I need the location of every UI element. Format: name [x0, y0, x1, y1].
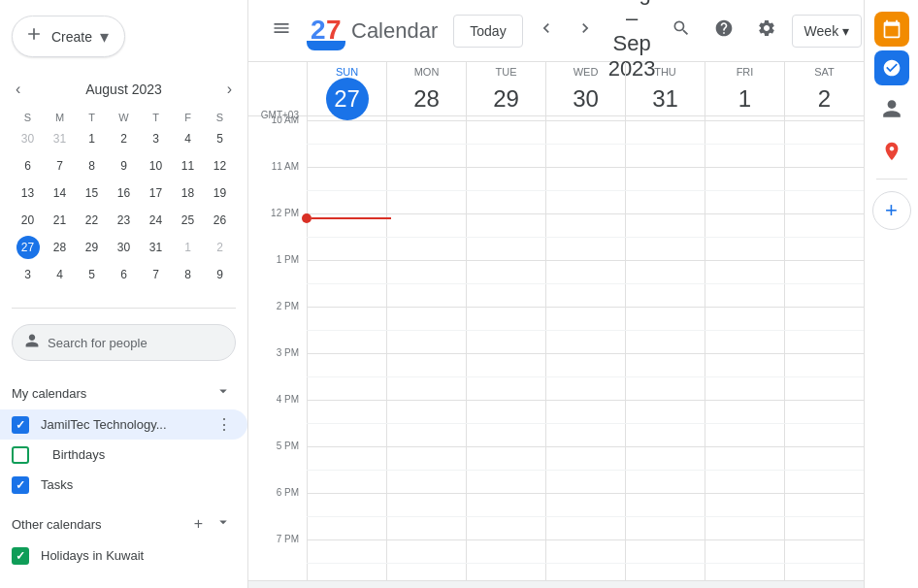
time-columns[interactable] [307, 116, 864, 580]
mini-cal-day[interactable]: 3 [12, 261, 44, 288]
jamiltec-name: JamilTec Technology... [41, 417, 213, 432]
mini-cal-day[interactable]: 7 [140, 261, 172, 288]
day-header-wed[interactable]: WED30 [545, 62, 625, 124]
create-button[interactable]: Create ▾ [12, 16, 125, 57]
mini-cal-day[interactable]: 4 [172, 125, 204, 152]
search-button[interactable] [664, 11, 699, 50]
mini-cal-day[interactable]: 22 [76, 207, 108, 234]
mini-cal-day[interactable]: 28 [44, 234, 76, 261]
mini-cal-day[interactable]: 18 [172, 180, 204, 207]
day-header-fri[interactable]: FRI1 [705, 62, 784, 124]
mini-cal-day[interactable]: 11 [172, 152, 204, 180]
right-calendar-button[interactable] [874, 12, 909, 47]
time-row-line-2 [307, 167, 864, 168]
horizontal-scrollbar[interactable] [248, 580, 864, 588]
mini-cal-day[interactable]: 19 [204, 180, 236, 207]
half-hour-line-7 [307, 423, 864, 424]
mini-cal-day[interactable]: 14 [44, 180, 76, 207]
mini-cal-day[interactable]: 8 [172, 261, 204, 288]
time-grid-scroll[interactable]: 9 AM10 AM11 AM12 PM1 PM2 PM3 PM4 PM5 PM6… [248, 116, 864, 580]
calendar-item-tasks[interactable]: ✓ Tasks ⋮ [0, 470, 247, 500]
mini-cal-day[interactable]: 5 [204, 125, 236, 152]
half-hour-line-5 [307, 330, 864, 331]
mini-cal-day[interactable]: 6 [108, 261, 140, 288]
search-people-input[interactable]: Search for people [12, 324, 236, 361]
mini-cal-day[interactable]: 9 [108, 152, 140, 180]
calendar-item-holidays[interactable]: ✓ Holidays in Kuwait ⋮ [0, 540, 247, 571]
mini-cal-prev[interactable]: ‹ [12, 77, 24, 102]
mini-cal-day[interactable]: 29 [76, 234, 108, 261]
mini-cal-day[interactable]: 6 [12, 152, 44, 180]
mini-cal-day[interactable]: 8 [76, 152, 108, 180]
view-select[interactable]: Week ▾ [792, 15, 863, 48]
mini-cal-day[interactable]: 2 [204, 234, 236, 261]
mini-cal-day[interactable]: 15 [76, 180, 108, 207]
help-button[interactable] [706, 11, 741, 50]
time-row-line-10 [307, 539, 864, 540]
mini-cal-day[interactable]: 17 [140, 180, 172, 207]
my-calendars-header[interactable]: My calendars [0, 376, 247, 409]
right-panel-add-button[interactable]: + [872, 191, 911, 230]
other-calendars-add[interactable]: + [190, 513, 207, 535]
mini-cal-day[interactable]: 3 [140, 125, 172, 152]
time-column-4[interactable] [625, 116, 705, 580]
half-hour-line-1 [307, 144, 864, 145]
my-calendars-collapse[interactable] [211, 380, 236, 406]
right-panel: + [864, 0, 918, 588]
mini-cal-day[interactable]: 21 [44, 207, 76, 234]
right-people-button[interactable] [872, 89, 911, 128]
time-row-line-1 [307, 120, 864, 121]
mini-cal-day[interactable]: 16 [108, 180, 140, 207]
hamburger-button[interactable] [264, 11, 299, 50]
mini-cal-day[interactable]: 1 [76, 125, 108, 152]
time-column-3[interactable] [545, 116, 625, 580]
time-column-0[interactable] [307, 116, 386, 580]
day-header-sat[interactable]: SAT2 [784, 62, 864, 124]
mini-cal-day[interactable]: 25 [172, 207, 204, 234]
mini-cal-day[interactable]: 10 [140, 152, 172, 180]
mini-cal-day[interactable]: 31 [44, 125, 76, 152]
right-tasks-button[interactable] [874, 50, 909, 85]
mini-cal-day[interactable]: 31 [140, 234, 172, 261]
jamiltec-more-button[interactable]: ⋮ [213, 413, 236, 436]
prev-period-button[interactable] [531, 13, 562, 49]
right-maps-button[interactable] [872, 132, 911, 171]
other-calendars-collapse[interactable] [211, 511, 236, 537]
mini-cal-day[interactable]: 27 [12, 234, 44, 261]
time-column-2[interactable] [466, 116, 545, 580]
search-people-placeholder: Search for people [48, 336, 148, 350]
main-content: 2 7 Calendar Today Aug – Sep 2023 Week [248, 0, 864, 588]
today-button[interactable]: Today [453, 15, 522, 48]
day-header-mon[interactable]: MON28 [386, 62, 466, 124]
mini-cal-day[interactable]: 2 [108, 125, 140, 152]
mini-cal-day[interactable]: 4 [44, 261, 76, 288]
mini-cal-day[interactable]: 12 [204, 152, 236, 180]
mini-calendar: ‹ August 2023 › SMTWTFS 3031123456789101… [0, 73, 247, 288]
tasks-name: Tasks [41, 477, 213, 492]
other-calendars-header[interactable]: Other calendars + [0, 507, 247, 540]
calendar-item-birthdays[interactable]: Birthdays ⋮ [0, 440, 247, 470]
next-period-button[interactable] [570, 13, 601, 49]
time-column-6[interactable] [784, 116, 864, 580]
mini-cal-day[interactable]: 13 [12, 180, 44, 207]
day-header-thu[interactable]: THU31 [625, 62, 705, 124]
mini-cal-day[interactable]: 30 [12, 125, 44, 152]
time-column-5[interactable] [705, 116, 784, 580]
settings-button[interactable] [749, 11, 784, 50]
time-column-1[interactable] [386, 116, 466, 580]
mini-cal-day[interactable]: 30 [108, 234, 140, 261]
sidebar-divider [12, 308, 236, 309]
day-header-sun[interactable]: SUN27 [307, 62, 386, 124]
mini-cal-day[interactable]: 7 [44, 152, 76, 180]
mini-cal-day[interactable]: 23 [108, 207, 140, 234]
mini-cal-day[interactable]: 20 [12, 207, 44, 234]
time-row-line-9 [307, 493, 864, 494]
mini-cal-next[interactable]: › [223, 77, 236, 102]
mini-cal-day[interactable]: 24 [140, 207, 172, 234]
day-header-tue[interactable]: TUE29 [466, 62, 545, 124]
mini-cal-day[interactable]: 9 [204, 261, 236, 288]
calendar-item-jamiltec[interactable]: ✓ JamilTec Technology... ⋮ [0, 409, 247, 440]
mini-cal-day[interactable]: 26 [204, 207, 236, 234]
mini-cal-day[interactable]: 1 [172, 234, 204, 261]
mini-cal-day[interactable]: 5 [76, 261, 108, 288]
